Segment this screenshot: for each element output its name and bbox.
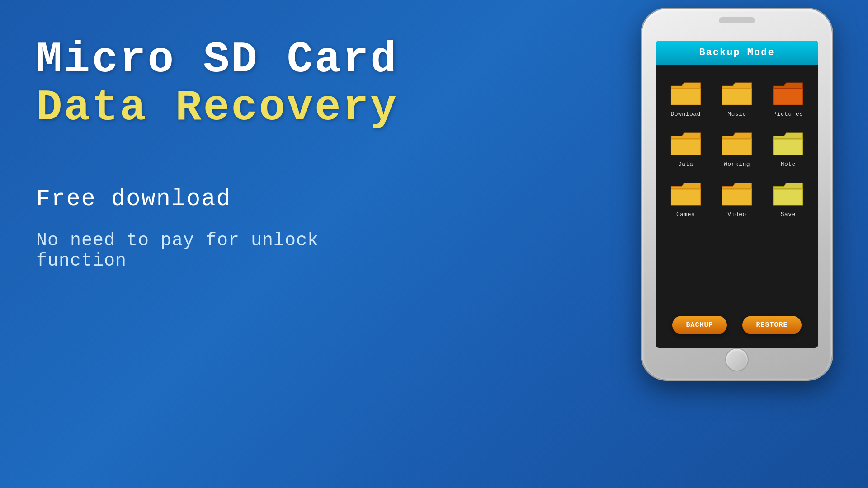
data-label: Data: [678, 161, 693, 168]
folder-working[interactable]: Working: [711, 124, 762, 174]
working-label: Working: [724, 161, 750, 168]
folder-data[interactable]: Data: [660, 124, 711, 174]
download-folder-icon: [670, 80, 702, 107]
folder-games[interactable]: Games: [660, 174, 711, 224]
phone-outer: Backup Mode Download: [642, 9, 832, 380]
main-title: Micro SD Card Data Recovery: [36, 36, 407, 131]
folder-video[interactable]: Video: [711, 174, 762, 224]
backup-mode-label: Backup Mode: [699, 47, 774, 58]
video-folder-icon: [721, 180, 753, 207]
note-folder-icon: [772, 130, 804, 157]
app-header: Backup Mode: [656, 41, 818, 65]
working-folder-icon: [721, 130, 753, 157]
note-label: Note: [781, 161, 796, 168]
data-folder-icon: [670, 130, 702, 157]
save-label: Save: [781, 211, 796, 218]
no-need-text: No need to pay for unlock function: [36, 230, 407, 271]
music-folder-icon: [721, 80, 753, 107]
download-label: Download: [670, 111, 700, 117]
phone-screen: Backup Mode Download: [656, 41, 818, 348]
save-folder-icon: [772, 180, 804, 207]
video-label: Video: [727, 211, 746, 218]
folder-music[interactable]: Music: [711, 74, 762, 124]
free-download-text: Free download: [36, 186, 407, 212]
pictures-label: Pictures: [773, 111, 803, 117]
title-line1: Micro SD Card: [36, 35, 398, 84]
folder-download[interactable]: Download: [660, 74, 711, 124]
folder-pictures[interactable]: Pictures: [763, 74, 814, 124]
left-section: Micro SD Card Data Recovery Free downloa…: [36, 36, 407, 271]
games-folder-icon: [670, 180, 702, 207]
backup-button[interactable]: BACKUP: [672, 316, 726, 334]
games-label: Games: [676, 211, 695, 218]
restore-button[interactable]: RESTORE: [742, 316, 801, 334]
pictures-folder-icon: [772, 80, 804, 107]
title-line2: Data Recovery: [36, 83, 398, 132]
folder-grid: Download Music: [656, 65, 818, 233]
folder-save[interactable]: Save: [763, 174, 814, 224]
phone-mockup: Backup Mode Download: [642, 9, 832, 380]
bottom-buttons: BACKUP RESTORE: [656, 316, 818, 334]
music-label: Music: [727, 111, 746, 117]
folder-note[interactable]: Note: [763, 124, 814, 174]
phone-home-button[interactable]: [725, 348, 749, 371]
phone-notch: [719, 17, 755, 23]
